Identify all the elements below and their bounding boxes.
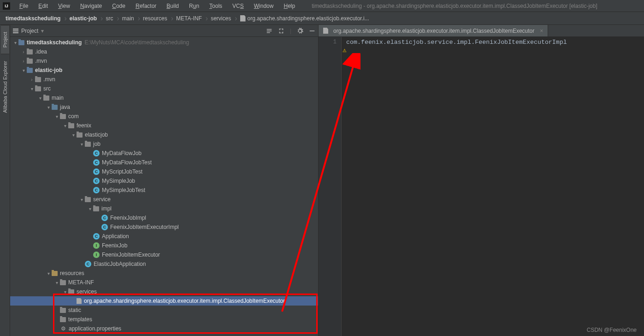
tree-feenixjobimpl[interactable]: ·CFeenixJobImpl [10,213,318,222]
menu-tools[interactable]: Tools [205,1,227,11]
package-icon [68,123,74,128]
class-icon: C [85,261,91,267]
bc-item-4[interactable]: resources [140,14,171,23]
hamburger-icon[interactable] [13,29,18,33]
tree-impl[interactable]: ▾impl [10,204,318,213]
tree-feenixjob-if[interactable]: ·IFeenixJob [10,241,318,250]
package-icon [77,132,83,138]
tree-main[interactable]: ▾main [10,93,318,102]
menu-code[interactable]: Code [107,1,130,11]
bc-item-7[interactable]: org.apache.shardingsphere.elasticjob.exe… [237,14,373,23]
folder-icon [68,289,74,294]
tree-static[interactable]: ·static [10,306,318,315]
tree-mysimplejobtest[interactable]: ·CMySimpleJobTest [10,186,318,195]
tree-app-properties[interactable]: ·⚙application.properties [10,324,318,333]
app-logo-icon: IJ [3,2,10,10]
folder-icon [35,77,41,82]
interface-icon: I [93,242,100,249]
tree-java[interactable]: ▾java [10,102,318,112]
svg-rect-0 [310,30,315,31]
expand-icon[interactable] [278,28,284,34]
tree-elasticjobapplication[interactable]: ·CElasticJobApplication [10,259,318,269]
class-icon: C [93,159,100,166]
class-icon: C [101,215,108,221]
close-icon[interactable]: × [537,28,543,34]
tree-mvn-root[interactable]: ›.mvn [10,56,318,66]
bc-item-5[interactable]: META-INF [173,14,206,23]
watermark: CSDN @FeenixOne [587,327,637,333]
top-menu-bar: IJ File Edit View Navigate Code Refactor… [0,0,644,12]
chevron-down-icon[interactable]: ▾ [41,28,44,34]
menu-build[interactable]: Build [162,1,183,11]
breadcrumb: timedtaskscheduling › elastic-job › src … [0,12,644,25]
bc-item-6[interactable]: services [208,14,235,23]
menu-file[interactable]: File [15,1,33,11]
folder-icon [43,96,49,101]
tree-services[interactable]: ▾services [10,287,318,296]
side-tab-alibaba[interactable]: Alibaba Cloud Explorer [1,54,9,120]
tree-myscriptjobtest[interactable]: ·CMyScriptJobTest [10,167,318,176]
tree-root[interactable]: ▾ timedtaskscheduling E:\MyNuts\MCA\code… [10,38,318,47]
folder-icon [60,280,66,285]
tree-com[interactable]: ▾com [10,112,318,121]
module-icon [18,40,24,45]
editor-content[interactable]: 1 com.feenix.elasticjob.service.impl.Fee… [319,37,644,336]
hide-icon[interactable] [309,28,315,34]
folder-icon [27,49,33,54]
tree-idea[interactable]: ›.idea [10,47,318,56]
bc-item-3[interactable]: main [119,14,138,23]
bc-item-1[interactable]: elastic-job [67,14,100,23]
editor-gutter: 1 [319,37,342,336]
tree-elasticjob[interactable]: ▾elasticjob [10,130,318,139]
gutter-line-1: 1 [319,39,337,45]
code-line-1: com.feenix.elasticjob.service.impl.Feeni… [346,39,644,46]
bc-item-0[interactable]: timedtaskscheduling [3,14,64,23]
menu-refactor[interactable]: Refactor [131,1,161,11]
tree-mysimplejob[interactable]: ·CMySimpleJob [10,176,318,186]
menu-run[interactable]: Run [184,1,204,11]
tree-mvn[interactable]: ›.mvn [10,75,318,84]
tree-templates[interactable]: ·templates [10,315,318,324]
interface-icon: I [93,252,100,258]
tree-meta-inf[interactable]: ▾META-INF [10,278,318,287]
tree-spi-file[interactable]: ·org.apache.shardingsphere.elasticjob.ex… [10,296,318,306]
editor-code[interactable]: com.feenix.elasticjob.service.impl.Feeni… [342,37,644,336]
tree-elastic-job[interactable]: ▾elastic-job [10,66,318,75]
menu-view[interactable]: View [53,1,75,11]
warning-marker-icon: ⚠ [343,46,346,54]
folder-icon [27,59,33,64]
package-icon [93,206,99,211]
tree-resources[interactable]: ▾resources [10,269,318,278]
project-panel-header: Project ▾ | [10,25,318,37]
resource-folder-icon [52,271,58,276]
file-icon [240,15,246,22]
tree-mydataflowjobtest[interactable]: ·CMyDataFlowJobTest [10,158,318,167]
editor-tab-bar: org.apache.shardingsphere.elasticjob.exe… [319,25,644,37]
project-panel: Project ▾ | ▾ timedtaskscheduling E:\MyN… [10,25,319,336]
menu-help[interactable]: Help [279,1,300,11]
editor-tab-active[interactable]: org.apache.shardingsphere.elasticjob.exe… [319,25,548,36]
select-opened-icon[interactable] [266,28,272,34]
module-icon [27,68,33,73]
tree-mydataflowjob[interactable]: ·CMyDataFlowJob [10,149,318,158]
gear-icon[interactable] [297,28,303,34]
package-icon [60,114,66,119]
tree-application[interactable]: ·CApplication [10,232,318,241]
tree-src[interactable]: ▾src [10,84,318,93]
folder-icon [35,86,41,91]
class-icon: C [93,150,100,156]
side-tab-project[interactable]: Project [1,25,9,54]
bc-item-2[interactable]: src [103,14,117,23]
menu-vcs[interactable]: VCS [228,1,248,11]
editor-tab-label: org.apache.shardingsphere.elasticjob.exe… [333,28,534,34]
tree-feenixjobitemexecutor-if[interactable]: ·IFeenixJobItemExecutor [10,250,318,259]
tree-feenix[interactable]: ▾feenix [10,121,318,130]
project-header-title: Project [21,28,38,34]
project-tree[interactable]: ▾ timedtaskscheduling E:\MyNuts\MCA\code… [10,37,318,336]
tree-feenixjobitemexecutorimpl[interactable]: ·CFeenixJobItemExecutorImpl [10,222,318,232]
tree-service[interactable]: ▾service [10,195,318,204]
menu-edit[interactable]: Edit [34,1,53,11]
tree-job[interactable]: ▾job [10,139,318,149]
menu-navigate[interactable]: Navigate [76,1,106,11]
menu-window[interactable]: Window [249,1,278,11]
